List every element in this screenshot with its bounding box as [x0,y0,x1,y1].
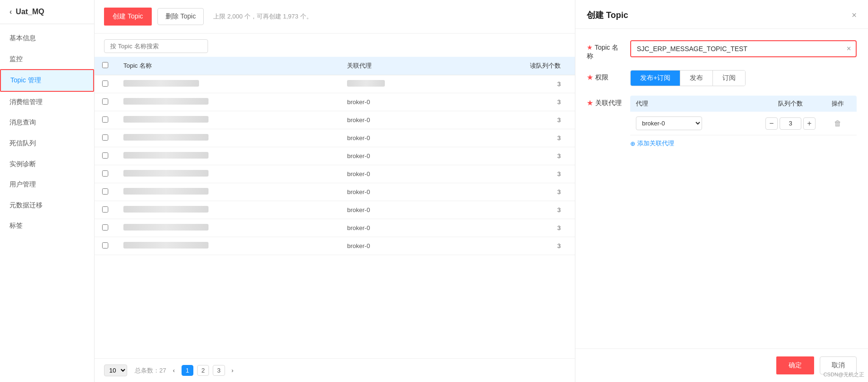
table-row: broker-03 [95,129,575,147]
row-checkbox[interactable] [102,242,108,249]
broker-delete-icon[interactable]: 🗑 [834,119,842,127]
row-checkbox[interactable] [102,224,108,231]
topic-name-label: ★ Topic 名称 [587,40,625,61]
row-checkbox[interactable] [102,80,108,87]
search-row [95,34,575,57]
sidebar-header: ‹ Uat_MQ [0,0,94,24]
row-checkbox[interactable] [102,188,108,195]
sidebar: ‹ Uat_MQ 基本信息 监控 Topic 管理 消费组管理 消息查询 死信队… [0,0,95,382]
back-icon[interactable]: ‹ [9,8,12,16]
prev-page-button[interactable]: ‹ [170,365,177,375]
add-broker-icon: ⊕ [630,140,635,147]
broker-col-name: 代理 [630,99,762,108]
table-row: broker-03 [95,201,575,219]
sidebar-item-basic-info[interactable]: 基本信息 [0,28,94,49]
table-row: broker-03 [95,183,575,201]
topic-name-cell [116,93,339,111]
sidebar-item-instance-diag[interactable]: 实例诊断 [0,154,94,175]
queue-count-cell: 3 [458,237,575,255]
queue-count-decrease-button[interactable]: − [765,117,778,130]
sidebar-item-message-query[interactable]: 消息查询 [0,112,94,133]
close-panel-button[interactable]: × [851,10,857,20]
permission-group: 发布+订阅 发布 订阅 [630,70,746,86]
confirm-button[interactable]: 确定 [776,356,814,374]
broker-cell: broker-0 [339,183,458,201]
row-checkbox[interactable] [102,134,108,141]
queue-count-control: − + [765,117,816,130]
topic-name-cell [116,219,339,237]
perm-sub-button[interactable]: 订阅 [713,71,745,86]
page-1-button[interactable]: 1 [182,365,193,376]
col-topic-name: Topic 名称 [116,57,339,75]
broker-cell: broker-0 [339,237,458,255]
sidebar-item-consumer-group[interactable]: 消费组管理 [0,92,94,113]
queue-count-cell: 3 [458,129,575,147]
total-count: 总条数：27 [135,366,166,375]
create-topic-button[interactable]: 创建 Topic [104,8,152,26]
topic-name-cell [116,165,339,183]
broker-col-action: 操作 [819,99,857,108]
broker-control: 代理 队列个数 操作 broker-0 broker-1 − [630,96,857,148]
table-row: broker-03 [95,237,575,255]
topic-name-input[interactable] [631,41,842,56]
row-checkbox[interactable] [102,206,108,213]
queue-count-cell: 3 [458,147,575,165]
broker-cell: broker-0 [339,129,458,147]
sidebar-item-user-manage[interactable]: 用户管理 [0,174,94,195]
search-input[interactable] [104,39,208,53]
page-size-select[interactable]: 10 20 50 [104,364,127,376]
watermark: CSDN@无机之正 [824,371,864,378]
topic-table: Topic 名称 关联代理 读队列个数 3broker-03broker-03b… [95,57,575,358]
right-panel: 创建 Topic × ★ Topic 名称 × ★ 权限 发布+订阅 [575,0,868,382]
table-row: broker-03 [95,147,575,165]
page-2-button[interactable]: 2 [197,365,209,376]
perm-pub-sub-button[interactable]: 发布+订阅 [631,71,680,86]
broker-table-row: broker-0 broker-1 − + 🗑 [630,112,857,135]
topic-name-cell [116,111,339,129]
sidebar-item-data-migrate[interactable]: 元数据迁移 [0,195,94,216]
row-checkbox[interactable] [102,170,108,177]
sidebar-nav: 基本信息 监控 Topic 管理 消费组管理 消息查询 死信队列 实例诊断 用户… [0,24,94,382]
row-checkbox[interactable] [102,98,108,105]
panel-header: 创建 Topic × [575,0,868,29]
sidebar-item-dead-letter[interactable]: 死信队列 [0,133,94,154]
topic-name-cell [116,183,339,201]
queue-count-input[interactable] [780,117,801,130]
queue-count-cell: 3 [458,111,575,129]
queue-count-cell: 3 [458,165,575,183]
sidebar-title: Uat_MQ [16,8,44,16]
permission-control: 发布+订阅 发布 订阅 [630,70,857,86]
broker-queue-cell: − + [762,117,819,130]
perm-pub-button[interactable]: 发布 [680,71,713,86]
main-toolbar: 创建 Topic 删除 Topic 上限 2,000 个，可再创建 1,973 … [95,0,575,34]
topic-input-wrapper: × [630,40,857,57]
topic-name-cell [116,147,339,165]
topic-name-cell [116,237,339,255]
broker-cell: broker-0 [339,93,458,111]
broker-cell: broker-0 [339,165,458,183]
broker-cell: broker-0 [339,111,458,129]
delete-topic-button[interactable]: 删除 Topic [157,8,204,25]
topic-name-cell [116,75,339,93]
broker-cell: broker-0 [339,147,458,165]
sidebar-item-topic-manage[interactable]: Topic 管理 [0,69,94,92]
queue-count-increase-button[interactable]: + [803,117,816,130]
broker-cell: broker-0 [339,219,458,237]
topic-name-cell [116,201,339,219]
table-row: broker-03 [95,219,575,237]
sidebar-item-monitor[interactable]: 监控 [0,49,94,70]
row-checkbox[interactable] [102,116,108,123]
pagination: 10 20 50 总条数：27 ‹ 1 2 3 › [95,358,575,382]
sidebar-item-tags[interactable]: 标签 [0,215,94,236]
page-3-button[interactable]: 3 [213,365,225,376]
broker-select[interactable]: broker-0 broker-1 [636,116,702,130]
add-broker-label: 添加关联代理 [637,139,674,148]
col-broker: 关联代理 [339,57,458,75]
permission-row: ★ 权限 发布+订阅 发布 订阅 [587,70,857,86]
queue-count-cell: 3 [458,183,575,201]
topic-input-clear-icon[interactable]: × [842,44,856,53]
add-broker-button[interactable]: ⊕ 添加关联代理 [630,139,857,148]
row-checkbox[interactable] [102,152,108,159]
select-all-checkbox[interactable] [102,62,108,68]
next-page-button[interactable]: › [229,365,236,375]
